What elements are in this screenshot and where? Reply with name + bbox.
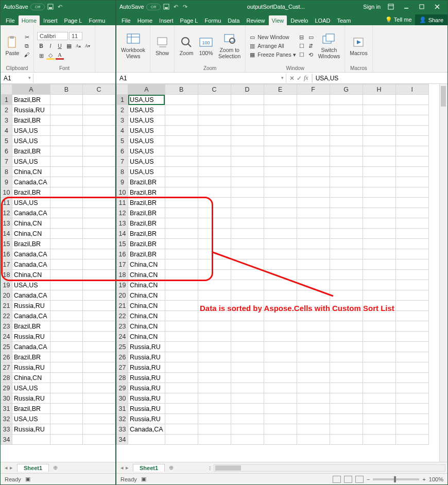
cell-I12[interactable] — [395, 208, 428, 218]
cell-A21[interactable]: China,CN — [128, 301, 165, 311]
row-header-3[interactable]: 3 — [117, 115, 128, 126]
cell-F24[interactable] — [297, 332, 330, 342]
cell-A19[interactable]: China,CN — [128, 280, 165, 290]
cell-G5[interactable] — [330, 136, 363, 146]
cell-C10[interactable] — [198, 187, 231, 198]
cell-C20[interactable] — [198, 290, 231, 301]
cell-A3[interactable]: Brazil,BR — [12, 115, 50, 126]
cell-B6[interactable] — [50, 146, 82, 157]
cell-I25[interactable] — [395, 342, 428, 352]
row-header-32[interactable]: 32 — [1, 414, 12, 424]
cell-A28[interactable]: China,CN — [12, 373, 50, 383]
col-header-A[interactable]: A — [128, 84, 165, 95]
cell-C8[interactable] — [198, 167, 231, 177]
cell-C27[interactable] — [198, 362, 231, 373]
cell-H17[interactable] — [363, 259, 395, 270]
cell-D20[interactable] — [231, 290, 264, 301]
cell-F29[interactable] — [297, 383, 330, 393]
show-button[interactable]: Show — [153, 34, 171, 58]
cell-F22[interactable] — [297, 311, 330, 321]
cell-D27[interactable] — [231, 362, 264, 373]
cell-C19[interactable] — [198, 280, 231, 290]
name-box[interactable]: A1 — [116, 74, 286, 83]
cell-G3[interactable] — [330, 115, 363, 126]
cell-H15[interactable] — [363, 239, 395, 249]
cell-I30[interactable] — [395, 393, 428, 404]
cell-B7[interactable] — [165, 157, 198, 167]
cell-A21[interactable]: Russia,RU — [12, 301, 50, 311]
cell-F9[interactable] — [297, 177, 330, 187]
cell-I29[interactable] — [395, 383, 428, 393]
border-button[interactable]: ▦ — [65, 42, 73, 50]
save-icon[interactable] — [163, 3, 170, 10]
cell-A12[interactable]: Canada,CA — [12, 208, 50, 218]
tab-data[interactable]: Data — [225, 15, 243, 25]
cell-A2[interactable]: Russia,RU — [12, 105, 50, 115]
maximize-button[interactable] — [415, 2, 429, 12]
zoom-out-button[interactable]: − — [367, 476, 370, 482]
cell-A27[interactable]: Russia,RU — [12, 362, 50, 373]
cell-H2[interactable] — [363, 105, 395, 115]
font-name-combo[interactable]: Calibri — [37, 32, 68, 40]
scrollbar-horizontal[interactable] — [214, 464, 445, 472]
add-sheet-button[interactable]: ⊕ — [49, 464, 62, 471]
cell-B33[interactable] — [50, 424, 82, 435]
row-header-7[interactable]: 7 — [117, 157, 128, 167]
cell-B14[interactable] — [50, 229, 82, 239]
cell-F7[interactable] — [297, 157, 330, 167]
format-painter-icon[interactable]: 🖌 — [23, 51, 30, 58]
cell-I5[interactable] — [395, 136, 428, 146]
cell-B24[interactable] — [50, 332, 82, 342]
cell-F28[interactable] — [297, 373, 330, 383]
tab-developer[interactable]: Develo — [287, 15, 311, 25]
cell-D9[interactable] — [231, 177, 264, 187]
cell-G6[interactable] — [330, 146, 363, 157]
cell-C1[interactable] — [198, 95, 231, 105]
cell-B19[interactable] — [165, 280, 198, 290]
cell-D16[interactable] — [231, 249, 264, 259]
cell-I3[interactable] — [395, 115, 428, 126]
cell-H24[interactable] — [363, 332, 395, 342]
cell-A30[interactable]: Russia,RU — [128, 393, 165, 404]
cell-I6[interactable] — [395, 146, 428, 157]
cell-A34[interactable] — [12, 435, 50, 445]
cell-D14[interactable] — [231, 229, 264, 239]
cell-G9[interactable] — [330, 177, 363, 187]
cell-D2[interactable] — [231, 105, 264, 115]
cell-E34[interactable] — [264, 435, 297, 445]
zoom-slider[interactable] — [373, 478, 419, 480]
cell-H22[interactable] — [363, 311, 395, 321]
row-header-9[interactable]: 9 — [1, 177, 12, 187]
cell-H9[interactable] — [363, 177, 395, 187]
save-icon[interactable] — [47, 3, 54, 10]
cell-B12[interactable] — [165, 208, 198, 218]
cell-B12[interactable] — [50, 208, 82, 218]
cell-C26[interactable] — [198, 352, 231, 362]
cell-B31[interactable] — [165, 404, 198, 414]
cell-B33[interactable] — [165, 424, 198, 435]
cell-C25[interactable] — [82, 342, 115, 352]
cell-B20[interactable] — [50, 290, 82, 301]
cell-H10[interactable] — [363, 187, 395, 198]
col-header-F[interactable]: F — [297, 84, 330, 95]
redo-icon[interactable]: ↷ — [181, 3, 188, 10]
borders-icon[interactable]: ⊞ — [37, 51, 45, 60]
cell-A1[interactable]: Brazil,BR — [12, 95, 50, 105]
cell-I1[interactable] — [395, 95, 428, 105]
cell-G26[interactable] — [330, 352, 363, 362]
cell-A10[interactable]: Brazil,BR — [12, 187, 50, 198]
row-header-13[interactable]: 13 — [117, 218, 128, 229]
cell-E32[interactable] — [264, 414, 297, 424]
row-header-31[interactable]: 31 — [117, 404, 128, 414]
cell-I10[interactable] — [395, 187, 428, 198]
cell-D1[interactable] — [231, 95, 264, 105]
cell-C32[interactable] — [82, 414, 115, 424]
cell-B9[interactable] — [50, 177, 82, 187]
cell-E12[interactable] — [264, 208, 297, 218]
cell-C22[interactable] — [198, 311, 231, 321]
cell-A24[interactable]: China,CN — [128, 332, 165, 342]
name-box[interactable]: A1 — [1, 74, 33, 83]
cell-D23[interactable] — [231, 321, 264, 332]
cell-A9[interactable]: Canada,CA — [12, 177, 50, 187]
cell-F32[interactable] — [297, 414, 330, 424]
